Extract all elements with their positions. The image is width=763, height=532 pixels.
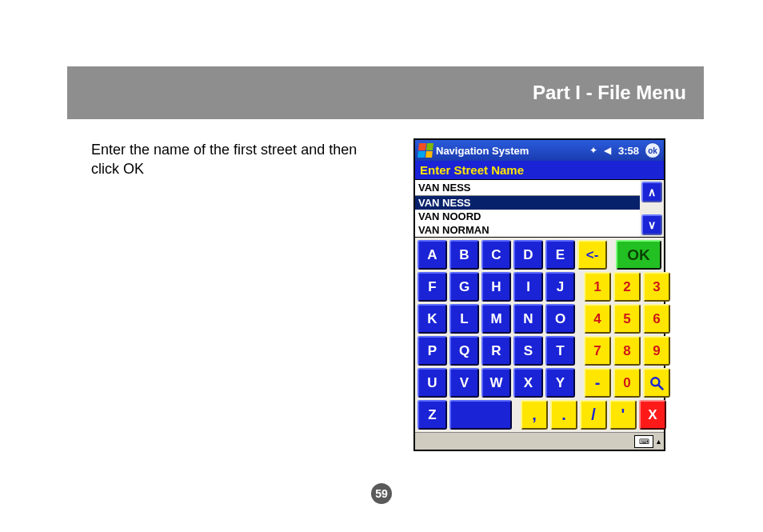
key-e[interactable]: E xyxy=(545,240,575,270)
key-b[interactable]: B xyxy=(449,240,479,270)
key-slash[interactable]: / xyxy=(580,400,607,430)
sip-bar: ⌨ ▴ xyxy=(415,432,664,450)
key-search[interactable] xyxy=(643,368,670,398)
key-c[interactable]: C xyxy=(481,240,511,270)
section-title: Part I - File Menu xyxy=(533,82,686,104)
key-minus[interactable]: - xyxy=(584,368,611,398)
prompt-label: Enter Street Name xyxy=(415,161,664,179)
key-k[interactable]: K xyxy=(417,304,447,334)
sip-keyboard-icon[interactable]: ⌨ xyxy=(634,435,653,448)
key-ok[interactable]: OK xyxy=(616,240,661,270)
key-7[interactable]: 7 xyxy=(584,336,611,366)
key-l[interactable]: L xyxy=(449,304,479,334)
pda-app-title: Navigation System xyxy=(436,145,529,157)
instruction-text: Enter the name of the first street and t… xyxy=(91,140,363,179)
street-list-area: VAN NESS VAN NESS VAN NOORD VAN NORMAN ∧… xyxy=(415,179,664,238)
key-j[interactable]: J xyxy=(545,272,575,302)
section-header: Part I - File Menu xyxy=(67,66,704,119)
sip-arrow-icon[interactable]: ▴ xyxy=(657,437,661,446)
key-h[interactable]: H xyxy=(481,272,511,302)
connectivity-icon[interactable]: ✦ xyxy=(588,145,599,156)
scroll-up-button[interactable]: ∧ xyxy=(641,182,662,202)
pda-device-screenshot: Navigation System ✦ ◀ 3:58 ok Enter Stre… xyxy=(413,138,665,451)
key-1[interactable]: 1 xyxy=(584,272,611,302)
svg-line-1 xyxy=(659,385,663,389)
key-backspace[interactable]: <- xyxy=(577,240,607,270)
key-i[interactable]: I xyxy=(513,272,543,302)
key-0[interactable]: 0 xyxy=(613,368,641,398)
list-item[interactable]: VAN NOORD xyxy=(415,210,640,223)
key-u[interactable]: U xyxy=(417,368,447,398)
key-w[interactable]: W xyxy=(481,368,511,398)
scroll-down-button[interactable]: ∨ xyxy=(641,214,662,235)
key-g[interactable]: G xyxy=(449,272,479,302)
key-p[interactable]: P xyxy=(417,336,447,366)
key-delete[interactable]: X xyxy=(639,400,666,430)
key-2[interactable]: 2 xyxy=(613,272,641,302)
key-y[interactable]: Y xyxy=(545,368,575,398)
key-q[interactable]: Q xyxy=(449,336,479,366)
key-m[interactable]: M xyxy=(481,304,511,334)
key-z[interactable]: Z xyxy=(417,400,447,430)
scroll-buttons: ∧ ∨ xyxy=(640,180,664,237)
key-comma[interactable]: , xyxy=(521,400,548,430)
windows-flag-icon[interactable] xyxy=(417,143,433,158)
key-9[interactable]: 9 xyxy=(643,336,670,366)
magnifier-icon xyxy=(649,375,665,391)
titlebar-ok-button[interactable]: ok xyxy=(645,142,661,158)
clock: 3:58 xyxy=(616,145,641,157)
key-4[interactable]: 4 xyxy=(584,304,611,334)
street-listbox[interactable]: VAN NESS VAN NESS VAN NOORD VAN NORMAN xyxy=(415,180,640,237)
key-f[interactable]: F xyxy=(417,272,447,302)
pda-titlebar: Navigation System ✦ ◀ 3:58 ok xyxy=(415,140,664,161)
key-t[interactable]: T xyxy=(545,336,575,366)
key-o[interactable]: O xyxy=(545,304,575,334)
key-space[interactable] xyxy=(449,400,512,430)
key-s[interactable]: S xyxy=(513,336,543,366)
key-d[interactable]: D xyxy=(513,240,543,270)
key-x[interactable]: X xyxy=(513,368,543,398)
key-period[interactable]: . xyxy=(550,400,577,430)
key-5[interactable]: 5 xyxy=(613,304,641,334)
key-6[interactable]: 6 xyxy=(643,304,670,334)
key-r[interactable]: R xyxy=(481,336,511,366)
key-v[interactable]: V xyxy=(449,368,479,398)
speaker-icon[interactable]: ◀ xyxy=(602,145,613,156)
key-n[interactable]: N xyxy=(513,304,543,334)
key-a[interactable]: A xyxy=(417,240,447,270)
onscreen-keyboard: A B C D E <- OK F G H I J 1 2 3 K L M N … xyxy=(415,238,664,432)
key-8[interactable]: 8 xyxy=(613,336,641,366)
list-item[interactable]: VAN NESS xyxy=(415,196,640,210)
street-input-value[interactable]: VAN NESS xyxy=(415,180,640,196)
list-item[interactable]: VAN NORMAN xyxy=(415,223,640,237)
page-number-badge: 59 xyxy=(371,483,392,504)
key-apostrophe[interactable]: ' xyxy=(609,400,637,430)
key-3[interactable]: 3 xyxy=(643,272,670,302)
